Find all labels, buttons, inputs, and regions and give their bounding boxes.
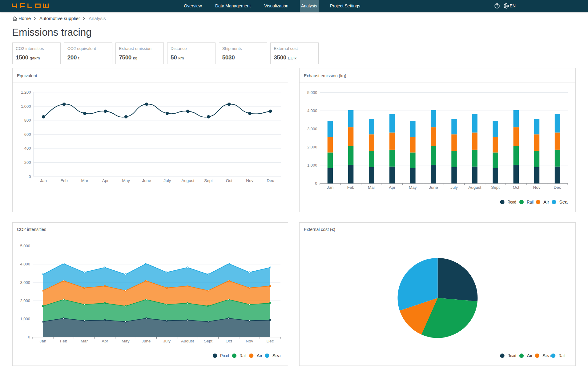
svg-text:EN: EN	[510, 3, 516, 8]
